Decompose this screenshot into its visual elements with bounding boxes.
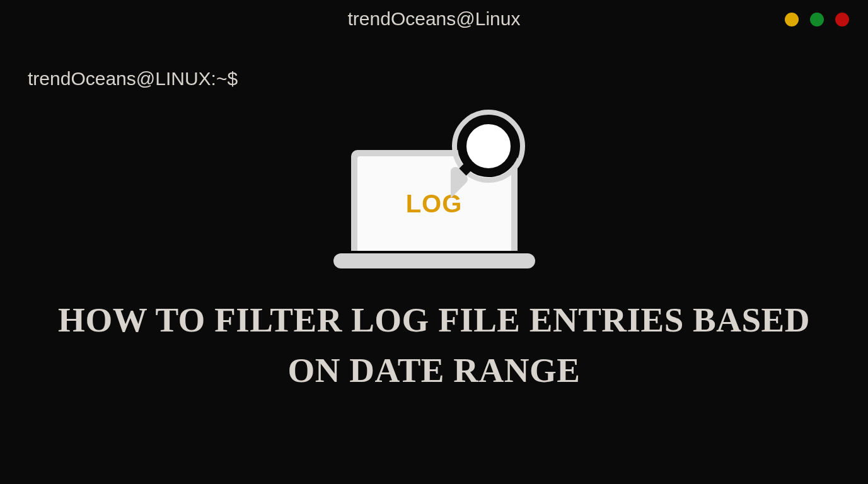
magnifier-icon xyxy=(451,108,545,203)
title-bar: trendOceans@Linux xyxy=(0,0,868,38)
window-title: trendOceans@Linux xyxy=(348,8,521,30)
hero-illustration: LOG xyxy=(321,111,548,268)
close-button[interactable] xyxy=(835,13,849,26)
maximize-button[interactable] xyxy=(810,13,824,26)
headline: HOW TO FILTER LOG FILE ENTRIES BASED ON … xyxy=(0,295,868,396)
laptop-base xyxy=(333,253,535,268)
minimize-button[interactable] xyxy=(785,13,799,26)
shell-prompt: trendOceans@LINUX:~$ xyxy=(28,68,238,89)
traffic-lights xyxy=(785,13,849,26)
